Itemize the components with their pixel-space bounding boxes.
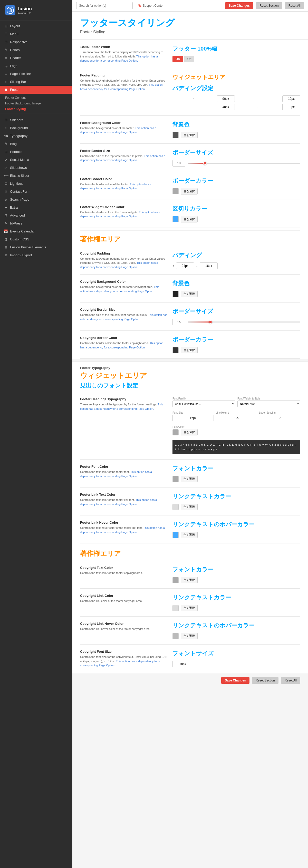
- sidebar-item-fusion-builder[interactable]: ⊞ Fusion Builder Elements: [0, 243, 72, 251]
- reset-all-button[interactable]: Reset All: [285, 2, 304, 9]
- bottom-reset-all-button[interactable]: Reset All: [281, 677, 300, 684]
- sidebar-item-search-page[interactable]: ⌕ Search Page: [0, 195, 72, 204]
- slider-track[interactable]: [188, 163, 300, 164]
- padding-right-input[interactable]: [282, 95, 300, 102]
- sidebar-item-header[interactable]: ▭ Header: [0, 54, 72, 62]
- slider-thumb[interactable]: [209, 320, 212, 324]
- option-link[interactable]: This option has a dependency for a corre…: [80, 341, 163, 349]
- sidebar-item-portfolio[interactable]: ⊞ Portfolio: [0, 148, 72, 156]
- option-copyright-link-hover-color: Copyright Link Hover Color Controls the …: [80, 617, 300, 645]
- option-link[interactable]: This option has a dependency for a corre…: [80, 660, 160, 667]
- color-picker-button[interactable]: 色を選択: [181, 504, 197, 510]
- sidebar-item-sidebars[interactable]: ⊟ Sidebars: [0, 116, 72, 124]
- color-row: 色を選択: [173, 216, 300, 222]
- sidebar-item-label: Logo: [10, 64, 18, 68]
- option-link[interactable]: This option has a dependency for a corre…: [80, 403, 163, 410]
- color-row: 色を選択: [173, 504, 300, 510]
- option-link[interactable]: This option has a dependency for a corre…: [80, 313, 167, 321]
- letter-spacing-input[interactable]: [259, 415, 300, 421]
- search-input[interactable]: [76, 2, 133, 9]
- sidebar-item-advanced[interactable]: ⚙ Advanced: [0, 211, 72, 219]
- sidebar-item-lightbox[interactable]: ⊡ Lightbox: [0, 180, 72, 188]
- slider-input[interactable]: [173, 319, 185, 326]
- sidebar-item-responsive[interactable]: ⊡ Responsive: [0, 38, 72, 46]
- support-center-button[interactable]: 🔖 Support Center: [138, 4, 163, 7]
- sidebar-item-layout[interactable]: ⊞ Layout: [0, 22, 72, 30]
- typography-options-area: Footer Headings Typography These setting…: [72, 392, 308, 673]
- footer-content-link[interactable]: Footer Content: [0, 95, 72, 100]
- sidebar-item-import-export[interactable]: ⇄ Import / Export: [0, 251, 72, 259]
- font-size-input[interactable]: [173, 415, 214, 421]
- option-link[interactable]: This option has a dependency for a corre…: [80, 83, 162, 91]
- footer-styling-link[interactable]: Footer Styling: [0, 106, 72, 112]
- color-picker-button[interactable]: 色を選択: [181, 532, 197, 538]
- sidebar-item-colors[interactable]: ✎ Colors: [0, 46, 72, 54]
- sidebar-item-custom-css[interactable]: {} Custom CSS: [0, 235, 72, 243]
- copyright-padding-top[interactable]: [176, 262, 194, 269]
- toggle-on-button[interactable]: On: [173, 56, 183, 62]
- color-picker-button[interactable]: 色を選択: [181, 633, 197, 639]
- toggle-off-button[interactable]: Off: [184, 56, 194, 62]
- font-family-select[interactable]: Arial, Helvetica, sa...: [173, 401, 235, 407]
- font-size-input[interactable]: [173, 661, 193, 668]
- option-link[interactable]: This option has a dependency for a corre…: [80, 183, 151, 190]
- import-export-icon: ⇄: [4, 253, 8, 257]
- sidebar-item-blog[interactable]: ✎ Blog: [0, 140, 72, 148]
- slider-thumb[interactable]: [203, 161, 207, 165]
- color-picker-button[interactable]: 色を選択: [181, 476, 197, 482]
- option-link[interactable]: This option has a dependency for a corre…: [80, 154, 165, 162]
- sidebar-item-sliding-bar[interactable]: ↕ Sliding Bar: [0, 78, 72, 86]
- padding-top-input[interactable]: [217, 95, 235, 102]
- option-jp-label: 背景色: [173, 280, 300, 287]
- typography-icon: Aa: [4, 134, 8, 138]
- option-footer-bg-color: Footer Background Color Controls the bac…: [80, 116, 300, 144]
- color-picker-button[interactable]: 色を選択: [181, 188, 197, 194]
- color-picker-button[interactable]: 色を選択: [181, 291, 197, 297]
- bottom-save-button[interactable]: Save Changes: [221, 677, 249, 684]
- color-picker-button[interactable]: 色を選択: [181, 132, 197, 138]
- slider-track[interactable]: [188, 321, 300, 322]
- sidebar-item-page-title-bar[interactable]: ≡ Page Title Bar: [0, 70, 72, 78]
- sidebar-item-elastic-slider[interactable]: ⟺ Elastic Slider: [0, 172, 72, 180]
- sidebar-item-label: Events Calendar: [10, 229, 35, 233]
- option-jp-label: フッター 100%幅: [173, 45, 300, 53]
- option-jp-label: ボーダーサイズ: [173, 149, 300, 156]
- sidebar-item-bbpress[interactable]: ✎ bbPress: [0, 219, 72, 227]
- font-weight-select[interactable]: Normal 400: [238, 401, 300, 407]
- bottom-reset-section-button[interactable]: Reset Section: [252, 677, 278, 684]
- reset-section-button[interactable]: Reset Section: [256, 2, 282, 9]
- copyright-padding-bottom[interactable]: [200, 262, 218, 269]
- search-page-icon: ⌕: [4, 197, 8, 202]
- option-link[interactable]: This option has a dependency for a corre…: [80, 55, 158, 62]
- sidebar-item-footer[interactable]: ▣ Footer: [0, 86, 72, 94]
- option-link[interactable]: This option has a dependency for a corre…: [80, 126, 157, 134]
- line-height-input[interactable]: [216, 415, 257, 421]
- sidebar-item-events-calendar[interactable]: 📅 Events Calendar: [0, 227, 72, 235]
- slider-input[interactable]: [173, 160, 185, 166]
- sidebar-item-typography[interactable]: Aa Typography: [0, 132, 72, 140]
- color-picker-button[interactable]: 色を選択: [181, 605, 197, 611]
- padding-left-input[interactable]: [282, 104, 300, 110]
- sidebar-item-logo[interactable]: ◎ Logo: [0, 62, 72, 70]
- font-color-picker-button[interactable]: 色を選択: [181, 429, 197, 435]
- save-changes-button[interactable]: Save Changes: [225, 2, 253, 9]
- color-picker-button[interactable]: 色を選択: [181, 216, 197, 222]
- footer-bg-image-link[interactable]: Footer Background Image: [0, 100, 72, 106]
- option-link[interactable]: This option has a dependency for a corre…: [80, 211, 160, 218]
- sidebar-item-social-media[interactable]: ↗ Social Media: [0, 156, 72, 164]
- option-footer-border-color: Footer Border Color Controls the border …: [80, 172, 300, 200]
- option-link[interactable]: This option has a dependency for a corre…: [80, 285, 159, 293]
- sidebar-item-slideshows[interactable]: ▷ Slideshows: [0, 164, 72, 172]
- color-picker-button[interactable]: 色を選択: [181, 347, 197, 353]
- option-link[interactable]: This option has a dependency for a corre…: [80, 470, 152, 478]
- padding-bottom-input[interactable]: [217, 104, 235, 110]
- sidebar-item-contact-form[interactable]: ✉ Contact Form: [0, 188, 72, 195]
- color-picker-button[interactable]: 色を選択: [181, 577, 197, 583]
- sidebar-item-background[interactable]: ▪ Background: [0, 124, 72, 132]
- option-link[interactable]: This option has a dependency for a corre…: [80, 261, 158, 269]
- sidebar-item-menu[interactable]: ☰ Menu: [0, 30, 72, 38]
- sidebar-item-extra[interactable]: + Extra: [0, 204, 72, 211]
- option-link[interactable]: This option has a dependency for a corre…: [80, 526, 165, 534]
- option-link[interactable]: This option has a dependency for a corre…: [80, 498, 157, 506]
- font-size-label: Font Size: [173, 411, 214, 414]
